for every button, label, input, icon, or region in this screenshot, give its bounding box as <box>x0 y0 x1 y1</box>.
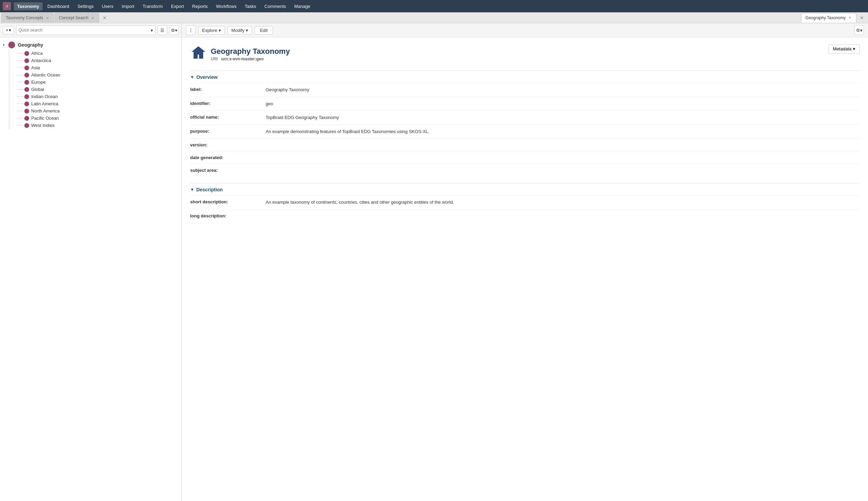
page-uri: URI urn:x-evn-master:geo <box>211 56 290 61</box>
content-area: Geography Taxonomy URI urn:x-evn-master:… <box>182 38 868 501</box>
nav-taxonomy[interactable]: Taxonomy <box>14 2 43 10</box>
modify-button[interactable]: Modify ▾ <box>228 26 252 35</box>
global-dot <box>24 87 29 92</box>
search-input[interactable] <box>19 28 151 33</box>
nav-transform[interactable]: Transform <box>139 2 166 10</box>
right-panel: ⋮ Explore ▾ Modify ▾ Edit ⚙ ▾ <box>182 23 868 501</box>
tree-label-europe: Europe <box>31 79 46 85</box>
tree-label-asia: Asia <box>31 65 40 70</box>
plus-icon: + <box>6 28 8 33</box>
left-toolbar: + ▾ ▾ ☰ ⚙▾ <box>0 23 181 38</box>
tree-label-atlantic-ocean: Atlantic Ocean <box>31 72 60 77</box>
description-section-label: Description <box>196 187 223 192</box>
tree-root-label: Geography <box>18 42 43 48</box>
tab-geography-taxonomy[interactable]: Geography Taxonomy ✕ <box>801 13 856 23</box>
home-icon <box>190 44 207 64</box>
overview-section-header[interactable]: ▼ Overview <box>190 71 860 83</box>
field-official-name-row: official name: TopBraid EDG Geography Ta… <box>190 110 860 125</box>
subject-area-field-label: subject area: <box>190 167 266 173</box>
overview-section-label: Overview <box>196 74 218 80</box>
nav-import[interactable]: Import <box>118 2 138 10</box>
nav-export[interactable]: Export <box>167 2 187 10</box>
latin-america-dot <box>24 102 29 106</box>
tree-children: Africa Antarctica Asia Atlantic Ocean <box>9 50 180 129</box>
nav-manage[interactable]: Manage <box>291 2 314 10</box>
field-long-description-row: long description: <box>190 209 860 222</box>
explore-button[interactable]: Explore ▾ <box>198 26 225 35</box>
overview-toggle-icon: ▼ <box>190 75 194 79</box>
tab-concept-search[interactable]: Concept Search ✕ <box>54 13 99 23</box>
field-label-row: label: Geography Taxonomy <box>190 83 860 97</box>
tree-item-antarctica[interactable]: Antarctica <box>16 57 180 64</box>
edit-button[interactable]: Edit <box>255 26 272 35</box>
date-generated-field-label: date generated: <box>190 154 266 160</box>
tree-item-europe[interactable]: Europe <box>16 78 180 86</box>
modify-label: Modify <box>231 28 244 33</box>
tree-label-west-indies: West Indies <box>31 123 54 128</box>
field-subject-area-row: subject area: <box>190 163 860 176</box>
field-short-description-row: short description: An example taxonomy o… <box>190 195 860 209</box>
view-toggle-button[interactable]: ☰ <box>158 25 167 35</box>
version-field-label: version: <box>190 142 266 148</box>
tree-item-west-indies[interactable]: West Indies <box>16 122 180 129</box>
africa-dot <box>24 51 29 56</box>
tree-label-africa: Africa <box>31 51 43 56</box>
modify-dropdown-icon: ▾ <box>246 28 248 33</box>
tree-item-north-america[interactable]: North America <box>16 107 180 115</box>
short-description-field-label: short description: <box>190 199 266 204</box>
description-section-header[interactable]: ▼ Description <box>190 183 860 195</box>
search-dropdown-icon[interactable]: ▾ <box>151 28 153 33</box>
main-container: + ▾ ▾ ☰ ⚙▾ ▾ Geography Africa <box>0 23 868 501</box>
official-name-field-value: TopBraid EDG Geography Taxonomy <box>266 114 860 121</box>
metadata-label: Metadata <box>833 46 851 51</box>
indian-ocean-dot <box>24 94 29 99</box>
left-settings-button[interactable]: ⚙▾ <box>169 25 179 35</box>
antarctica-dot <box>24 58 29 63</box>
nav-workflows[interactable]: Workflows <box>212 2 240 10</box>
tree-item-global[interactable]: Global <box>16 86 180 93</box>
tab-taxonomy-concepts-close[interactable]: ✕ <box>45 16 50 20</box>
tree-item-africa[interactable]: Africa <box>16 50 180 57</box>
tree-item-pacific-ocean[interactable]: Pacific Ocean <box>16 115 180 122</box>
overview-section: ▼ Overview label: Geography Taxonomy ide… <box>190 71 860 176</box>
add-button[interactable]: + ▾ <box>3 26 14 34</box>
purpose-field-label: purpose: <box>190 128 266 134</box>
tree-item-asia[interactable]: Asia <box>16 64 180 71</box>
description-toggle-icon: ▼ <box>190 187 194 192</box>
search-input-wrap: ▾ <box>16 25 156 35</box>
nav-settings[interactable]: Settings <box>74 2 97 10</box>
tree-item-atlantic-ocean[interactable]: Atlantic Ocean <box>16 71 180 78</box>
more-options-button[interactable]: ⋮ <box>186 25 196 35</box>
tree-root-row[interactable]: ▾ Geography <box>1 40 180 50</box>
nav-comments[interactable]: Comments <box>261 2 289 10</box>
app-icon: ↺ <box>3 2 11 10</box>
svg-text:↺: ↺ <box>6 4 8 8</box>
tab-right-close-all[interactable]: ✕ <box>857 15 867 21</box>
uri-label: URI <box>211 56 218 61</box>
nav-dashboard[interactable]: Dashboard <box>44 2 73 10</box>
tree-label-latin-america: Latin America <box>31 101 58 106</box>
tree-item-indian-ocean[interactable]: Indian Ocean <box>16 93 180 100</box>
explore-dropdown-icon: ▾ <box>219 28 221 33</box>
field-date-generated-row: date generated: <box>190 151 860 163</box>
metadata-button[interactable]: Metadata ▾ <box>828 44 860 53</box>
right-toolbar: ⋮ Explore ▾ Modify ▾ Edit ⚙ ▾ <box>182 23 868 38</box>
tab-bar: Taxonomy Concepts ✕ Concept Search ✕ ✕ G… <box>0 12 868 23</box>
europe-dot <box>24 80 29 85</box>
root-toggle-icon: ▾ <box>3 43 8 47</box>
settings-dropdown-icon: ▾ <box>860 28 862 33</box>
atlantic-ocean-dot <box>24 73 29 77</box>
official-name-field-label: official name: <box>190 114 266 120</box>
nav-reports[interactable]: Reports <box>189 2 211 10</box>
left-panel: + ▾ ▾ ☰ ⚙▾ ▾ Geography Africa <box>0 23 182 501</box>
tab-left-close-all[interactable]: ✕ <box>100 15 109 21</box>
nav-tasks[interactable]: Tasks <box>241 2 260 10</box>
tab-concept-search-close[interactable]: ✕ <box>91 16 95 20</box>
tab-geography-taxonomy-close[interactable]: ✕ <box>848 15 852 20</box>
nav-users[interactable]: Users <box>98 2 117 10</box>
tab-taxonomy-concepts[interactable]: Taxonomy Concepts ✕ <box>1 13 54 23</box>
top-nav: ↺ Taxonomy Dashboard Settings Users Impo… <box>0 0 868 12</box>
tree-item-latin-america[interactable]: Latin America <box>16 100 180 107</box>
settings-icon: ⚙ <box>856 28 860 33</box>
right-settings-button[interactable]: ⚙ ▾ <box>854 25 864 35</box>
